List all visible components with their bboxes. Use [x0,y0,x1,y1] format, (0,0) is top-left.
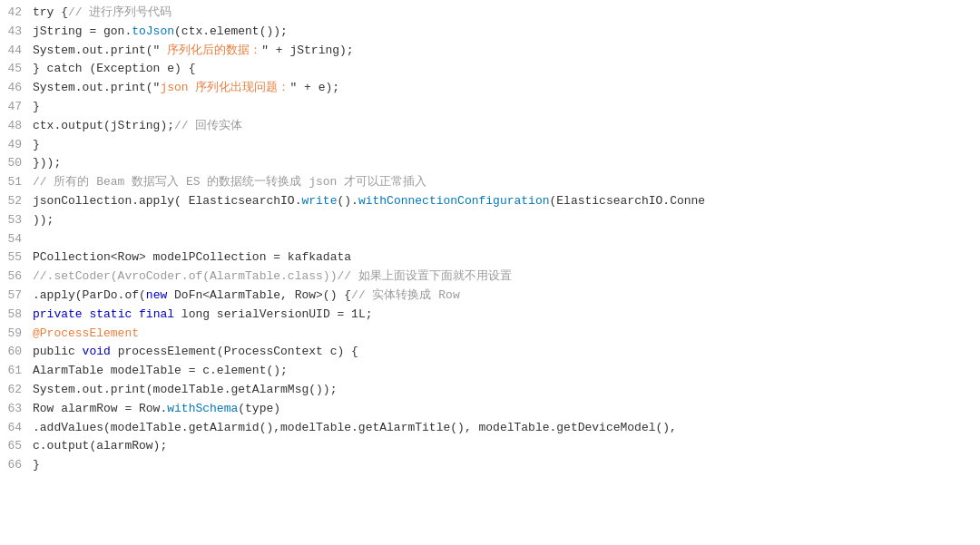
line-number: 51 [0,173,33,192]
line-content: } [33,98,40,117]
line-content: })); [33,154,61,173]
code-line: 63Row alarmRow = Row.withSchema(type) [0,400,980,419]
line-number: 63 [0,400,33,419]
code-line: 43jString = gon.toJson(ctx.element()); [0,23,980,42]
line-content: .apply(ParDo.of(new DoFn<AlarmTable, Row… [33,287,460,306]
line-number: 45 [0,60,33,79]
line-number: 44 [0,42,33,61]
code-line: 59@ProcessElement [0,325,980,344]
line-number: 52 [0,192,33,211]
line-number: 43 [0,23,33,42]
line-number: 49 [0,136,33,155]
line-content: PCollection<Row> modelPCollection = kafk… [33,248,351,268]
code-line: 58private static final long serialVersio… [0,306,980,325]
code-line: 46System.out.print("json 序列化出现问题：" + e); [0,79,980,98]
line-content: } [33,456,40,475]
line-number: 48 [0,117,33,136]
line-content: System.out.print(" 序列化后的数据：" + jString); [33,42,354,61]
code-editor: 42try {// 进行序列号代码43jString = gon.toJson(… [0,0,980,545]
line-number: 50 [0,154,33,173]
line-content: Row alarmRow = Row.withSchema(type) [33,400,280,419]
line-number: 65 [0,437,33,456]
code-line: 52jsonCollection.apply( ElasticsearchIO.… [0,192,980,211]
line-number: 46 [0,79,33,98]
code-line: 53)); [0,211,980,230]
line-content: try {// 进行序列号代码 [33,4,172,23]
code-line: 56//.setCoder(AvroCoder.of(AlarmTable.cl… [0,268,980,287]
line-number: 64 [0,419,33,438]
line-content: @ProcessElement [33,325,139,344]
code-line: 42try {// 进行序列号代码 [0,4,980,23]
line-content: } [33,136,40,155]
line-content: jString = gon.toJson(ctx.element()); [33,23,288,42]
code-line: 47} [0,98,980,117]
line-content: System.out.print("json 序列化出现问题：" + e); [33,79,339,98]
line-content: System.out.print(modelTable.getAlarmMsg(… [33,381,337,400]
line-number: 56 [0,268,33,287]
code-line: 50})); [0,154,980,173]
line-content: AlarmTable modelTable = c.element(); [33,362,288,381]
code-line: 49} [0,136,980,155]
code-line: 51// 所有的 Beam 数据写入 ES 的数据统一转换成 json 才可以正… [0,173,980,192]
line-content: public void processElement(ProcessContex… [33,343,358,362]
code-line: 66} [0,456,980,475]
line-content: .addValues(modelTable.getAlarmid(),model… [33,419,677,438]
line-content: } catch (Exception e) { [33,60,195,79]
line-number: 42 [0,4,33,23]
code-line: 62System.out.print(modelTable.getAlarmMs… [0,381,980,400]
code-line: 55PCollection<Row> modelPCollection = ka… [0,248,980,268]
line-number: 60 [0,343,33,362]
line-number: 62 [0,381,33,400]
line-content: //.setCoder(AvroCoder.of(AlarmTable.clas… [33,268,512,287]
code-line: 57.apply(ParDo.of(new DoFn<AlarmTable, R… [0,287,980,306]
line-number: 47 [0,98,33,117]
code-line: 64 .addValues(modelTable.getAlarmid(),mo… [0,419,980,438]
line-content: jsonCollection.apply( ElasticsearchIO.wr… [33,192,705,211]
line-content: c.output(alarmRow); [33,437,167,456]
line-number: 55 [0,248,33,268]
line-number: 57 [0,287,33,306]
line-number: 58 [0,306,33,325]
code-line: 54 [0,230,980,249]
line-content: )); [33,211,54,230]
line-number: 53 [0,211,33,230]
code-line: 48ctx.output(jString);// 回传实体 [0,117,980,136]
line-number: 61 [0,362,33,381]
code-line: 44System.out.print(" 序列化后的数据：" + jString… [0,42,980,61]
line-number: 66 [0,456,33,475]
code-line: 61AlarmTable modelTable = c.element(); [0,362,980,381]
line-number: 59 [0,325,33,344]
code-line: 65c.output(alarmRow); [0,437,980,456]
line-content: private static final long serialVersionU… [33,306,373,325]
line-number: 54 [0,230,33,249]
line-content: // 所有的 Beam 数据写入 ES 的数据统一转换成 json 才可以正常插… [33,173,426,192]
code-line: 60 public void processElement(ProcessCon… [0,343,980,362]
code-line: 45} catch (Exception e) { [0,60,980,79]
line-content: ctx.output(jString);// 回传实体 [33,117,242,136]
